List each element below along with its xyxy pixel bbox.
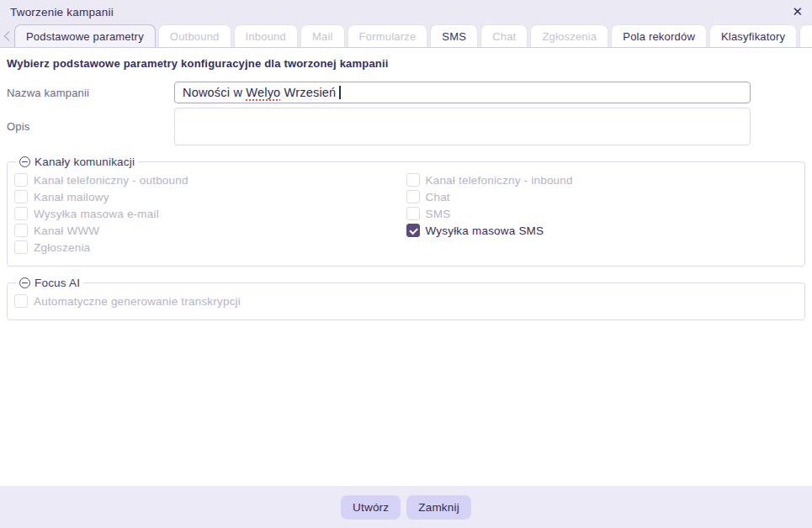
checkbox-label: Chat	[426, 191, 450, 203]
channel-mail-row: Kanał mailowy	[14, 188, 406, 205]
channel-chat-row: Chat	[406, 188, 799, 205]
channels-legend-label: Kanały komunikacji	[34, 156, 135, 168]
tab-label: Podstawowe parametry	[26, 30, 144, 43]
checkbox-label: Kanał telefoniczny - outbound	[34, 174, 188, 187]
channel-outbound-checkbox[interactable]	[14, 173, 28, 187]
collapse-section-icon[interactable]	[19, 277, 30, 288]
focus-ai-legend-label: Focus AI	[34, 277, 80, 289]
tab-label: Outbound	[170, 30, 220, 43]
channel-www-row: Kanał WWW	[14, 222, 406, 239]
channel-sms-row: SMS	[406, 205, 799, 222]
channels-legend: Kanały komunikacji	[16, 156, 138, 168]
channel-mass-sms-row: Wysyłka masowa SMS	[406, 222, 799, 239]
chevron-left-icon	[3, 31, 10, 41]
checkbox-label: Wysyłka masowa SMS	[426, 224, 544, 237]
checkbox-label: Wysyłka masowa e-mail	[34, 208, 159, 220]
tab-monitoring-i-ocena[interactable]: Monitoring i ocena	[799, 24, 812, 47]
focus-ai-legend: Focus AI	[16, 277, 83, 289]
tab-zgloszenia: Zgłoszenia	[530, 24, 608, 47]
campaign-name-label: Nazwa kampanii	[7, 87, 174, 99]
description-label: Opis	[7, 120, 174, 133]
section-heading: Wybierz podstawowe parametry konfiguracy…	[7, 57, 805, 70]
tab-label: Chat	[492, 30, 516, 43]
tabs-scroll-left-button[interactable]	[2, 24, 12, 47]
checkbox-label: Kanał telefoniczny - inbound	[426, 174, 573, 187]
tab-inbound: Inbound	[234, 24, 298, 47]
focus-ai-fieldset: Focus AI Automatyczne generowanie transk…	[7, 277, 805, 320]
dialog-content: Wybierz podstawowe parametry konfiguracy…	[0, 48, 812, 486]
checkbox-label: Kanał WWW	[34, 224, 99, 237]
channel-mail-checkbox[interactable]	[14, 190, 28, 203]
channel-tickets-row: Zgłoszenia	[14, 239, 406, 256]
channel-outbound-row: Kanał telefoniczny - outbound	[14, 172, 406, 188]
channel-sms-checkbox[interactable]	[406, 207, 420, 220]
tab-label: Formularze	[359, 30, 417, 43]
tab-mail: Mail	[300, 24, 345, 47]
channel-tickets-checkbox[interactable]	[14, 240, 28, 254]
tab-label: Pola rekordów	[623, 30, 695, 43]
checkbox-label: SMS	[426, 208, 451, 220]
tab-sms[interactable]: SMS	[430, 24, 478, 47]
dialog-header: Tworzenie kampanii ✕ Podstawowe parametr…	[0, 0, 812, 48]
tab-strip: Podstawowe parametry Outbound Inbound Ma…	[0, 24, 812, 48]
tab-label: Zgłoszenia	[542, 30, 597, 43]
misspelled-word: Welyo	[246, 86, 280, 99]
channel-www-checkbox[interactable]	[14, 224, 28, 237]
channels-fieldset: Kanały komunikacji Kanał telefoniczny - …	[7, 156, 805, 267]
dialog-footer: Utwórz Zamknij	[0, 486, 812, 528]
checkbox-label: Kanał mailowy	[34, 191, 109, 203]
auto-transcription-checkbox[interactable]	[14, 294, 28, 308]
description-textarea[interactable]	[174, 108, 751, 145]
dialog-title: Tworzenie kampanii	[10, 6, 114, 18]
checkbox-label: Zgłoszenia	[34, 241, 90, 254]
channel-chat-checkbox[interactable]	[406, 190, 420, 203]
checkbox-label: Automatyczne generowanie transkrypcji	[34, 295, 241, 308]
campaign-name-input[interactable]: Nowości w Welyo Wrzesień	[174, 82, 751, 103]
text-caret	[339, 86, 341, 99]
channel-mass-email-checkbox[interactable]	[14, 207, 28, 220]
create-campaign-dialog: Tworzenie kampanii ✕ Podstawowe parametr…	[0, 0, 812, 528]
tab-outbound: Outbound	[158, 24, 231, 47]
title-bar: Tworzenie kampanii ✕	[0, 0, 812, 24]
tab-klasyfikatory[interactable]: Klasyfikatory	[709, 24, 797, 47]
collapse-section-icon[interactable]	[19, 156, 30, 167]
channel-mass-email-row: Wysyłka masowa e-mail	[14, 205, 406, 222]
tab-podstawowe-parametry[interactable]: Podstawowe parametry	[14, 24, 156, 47]
close-button[interactable]: Zamknij	[406, 495, 471, 520]
close-icon[interactable]: ✕	[792, 5, 803, 18]
tab-formularze: Formularze	[348, 24, 428, 47]
tab-label: Mail	[312, 30, 333, 43]
channel-mass-sms-checkbox[interactable]	[406, 224, 420, 237]
tab-chat: Chat	[480, 24, 528, 47]
tab-label: Inbound	[246, 30, 286, 43]
tab-label: SMS	[442, 30, 466, 43]
tab-label: Klasyfikatory	[721, 30, 785, 43]
channel-inbound-checkbox[interactable]	[406, 173, 420, 187]
channel-inbound-row: Kanał telefoniczny - inbound	[406, 172, 799, 188]
input-text: Nowości w Welyo Wrzesień	[183, 86, 336, 99]
create-button[interactable]: Utwórz	[341, 495, 401, 520]
auto-transcription-row: Automatyczne generowanie transkrypcji	[14, 293, 798, 309]
tab-pola-rekordow[interactable]: Pola rekordów	[611, 24, 707, 47]
